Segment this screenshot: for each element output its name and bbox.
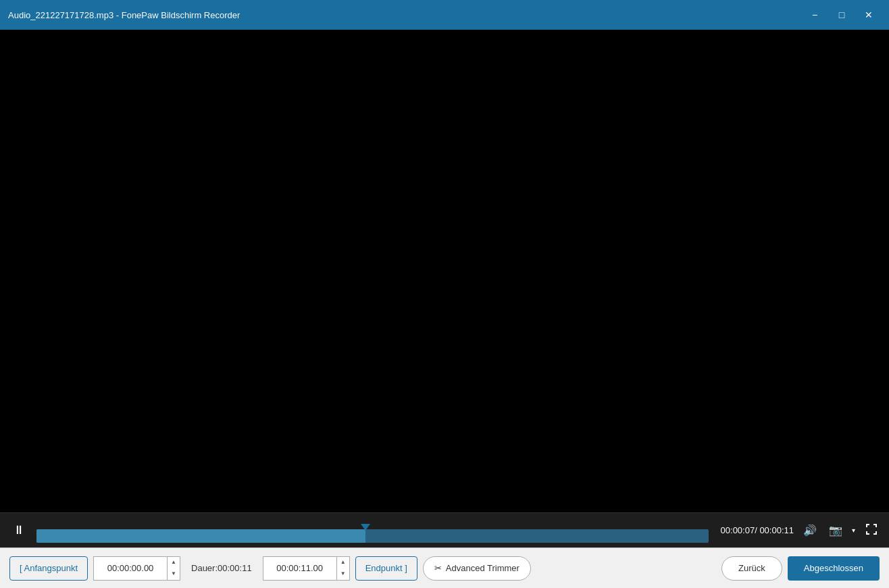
volume-button[interactable]: 🔊: [801, 521, 819, 540]
window-controls: − □ ✕: [803, 4, 881, 26]
end-time-down[interactable]: ▼: [337, 568, 349, 580]
start-time-input[interactable]: [93, 556, 168, 581]
end-point-label: Endpunkt ]: [365, 563, 407, 573]
screenshot-button[interactable]: 📷: [826, 521, 845, 540]
time-display: 00:00:07/ 00:00:11: [721, 525, 794, 535]
screenshot-icon: 📷: [829, 524, 842, 537]
screenshot-dropdown-arrow[interactable]: ▾: [852, 527, 855, 534]
scissors-icon: ✂: [434, 563, 442, 573]
volume-icon: 🔊: [803, 524, 817, 537]
fullscreen-button[interactable]: [862, 521, 881, 540]
fullscreen-icon: [865, 523, 878, 538]
maximize-button[interactable]: □: [830, 4, 854, 26]
close-button[interactable]: ✕: [857, 4, 881, 26]
app-name: FonePaw Bildschirm Recorder: [122, 10, 240, 20]
timeline-thumb: [361, 524, 370, 531]
video-area: [0, 30, 889, 512]
bottom-controls-bar: [ Anfangspunkt ▲ ▼ Dauer:00:00:11 ▲ ▼ En…: [0, 547, 889, 588]
back-button[interactable]: Zurück: [721, 556, 782, 581]
start-time-down[interactable]: ▼: [168, 568, 180, 580]
finish-button[interactable]: Abgeschlossen: [788, 556, 880, 581]
filename: Audio_221227171728.mp3: [8, 10, 113, 20]
finish-label: Abgeschlossen: [804, 563, 863, 573]
end-time-input[interactable]: [263, 556, 337, 581]
title-separator: -: [116, 10, 122, 20]
start-time-group: ▲ ▼: [93, 556, 180, 581]
duration-label: Dauer:00:00:11: [186, 563, 257, 573]
start-time-spinner: ▲ ▼: [168, 556, 180, 581]
start-point-button[interactable]: [ Anfangspunkt: [9, 556, 88, 581]
play-pause-button[interactable]: ⏸: [8, 520, 30, 541]
advanced-trimmer-button[interactable]: ✂ Advanced Trimmer: [423, 556, 531, 581]
timeline-played: [36, 529, 365, 543]
end-time-up[interactable]: ▲: [337, 557, 349, 568]
timeline-track[interactable]: [36, 529, 709, 543]
end-time-group: ▲ ▼: [263, 556, 350, 581]
start-point-label: [ Anfangspunkt: [20, 563, 78, 573]
end-time-spinner: ▲ ▼: [337, 556, 350, 581]
pause-icon: ⏸: [13, 523, 25, 537]
timeline-container[interactable]: [36, 518, 709, 543]
start-time-up[interactable]: ▲: [168, 557, 180, 568]
back-label: Zurück: [738, 563, 765, 573]
end-point-button[interactable]: Endpunkt ]: [355, 556, 417, 581]
player-controls-bar: ⏸ 00:00:07/ 00:00:11 🔊 📷 ▾: [0, 512, 889, 547]
title-bar: Audio_221227171728.mp3 - FonePaw Bildsch…: [0, 0, 889, 30]
minimize-button[interactable]: −: [803, 4, 827, 26]
title-text: Audio_221227171728.mp3 - FonePaw Bildsch…: [8, 10, 803, 20]
advanced-trimmer-label: Advanced Trimmer: [446, 563, 519, 573]
